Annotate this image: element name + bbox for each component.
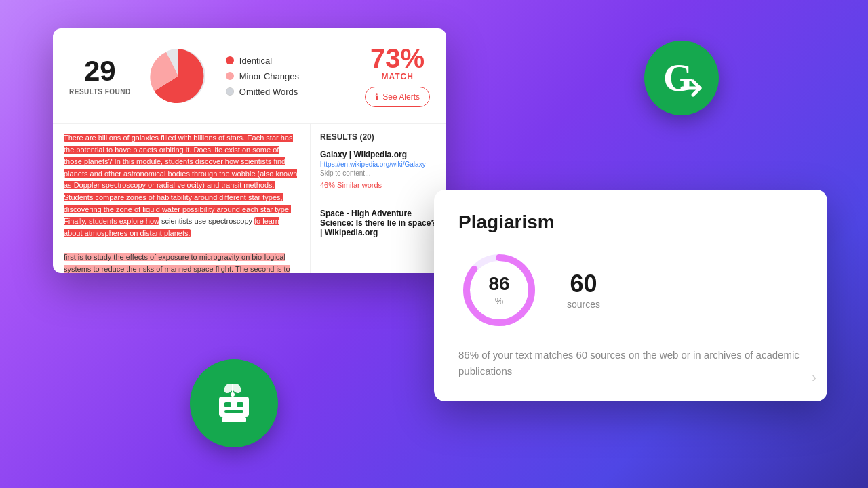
result-item-2: Space - High Adventure Science: Is there…	[320, 209, 437, 248]
checker-body: There are billions of galaxies filled wi…	[53, 124, 446, 273]
svg-text:G: G	[663, 57, 693, 99]
legend-item-omitted: Omitted Words	[226, 87, 341, 97]
result-source-2: Space - High Adventure Science: Is there…	[320, 209, 437, 237]
grammarly-logo: G	[658, 54, 705, 102]
svg-rect-7	[224, 410, 243, 413]
results-label: RESULTS FOUND	[69, 88, 131, 96]
svg-rect-5	[224, 402, 231, 407]
highlight-minor: first is to study the effects of exposur…	[64, 253, 290, 273]
legend-dot-minor	[226, 72, 234, 80]
results-number: 29	[69, 57, 131, 85]
svg-rect-4	[219, 396, 249, 417]
plagiarism-title: Plagiarism	[458, 211, 803, 233]
results-panel: RESULTS (20) Galaxy | Wikipedia.org http…	[311, 124, 446, 273]
donut-chart: 86 %	[458, 249, 540, 331]
legend-label-identical: Identical	[239, 56, 272, 66]
donut-symbol: %	[495, 296, 503, 306]
donut-text: 86 %	[488, 273, 509, 307]
match-label: MATCH	[365, 72, 430, 81]
result-item-1: Galaxy | Wikipedia.org https://en.wikipe…	[320, 150, 437, 199]
legend-label-omitted: Omitted Words	[239, 87, 298, 97]
pie-chart	[144, 42, 212, 110]
highlight-identical: There are billions of galaxies filled wi…	[64, 134, 297, 225]
donut-percent: 86	[488, 273, 509, 295]
result-url-1[interactable]: https://en.wikipedia.org/wiki/Galaxy	[320, 161, 437, 168]
results-count: 29 RESULTS FOUND	[69, 57, 131, 96]
legend-dot-identical	[226, 56, 234, 64]
plagiarism-description: 86% of your text matches 60 sources on t…	[458, 347, 803, 380]
grammarly-icon: G	[644, 41, 719, 115]
svg-rect-8	[222, 417, 246, 422]
sources-stat: 60 sources	[567, 270, 600, 310]
svg-point-10	[231, 392, 235, 396]
checker-header: 29 RESULTS FOUND Identical Mino	[53, 28, 446, 124]
match-percent: 73%	[365, 45, 430, 72]
result-similarity-1: 46% Similar words	[320, 181, 437, 189]
result-source-1: Galaxy | Wikipedia.org	[320, 150, 437, 159]
text-content-1: There are billions of galaxies filled wi…	[64, 132, 299, 239]
legend-dot-omitted	[226, 87, 234, 96]
text-content-2: first is to study the effects of exposur…	[64, 251, 299, 273]
sources-number: 60	[567, 270, 600, 298]
checker-card: 29 RESULTS FOUND Identical Mino	[53, 28, 446, 273]
see-alerts-label: See Alerts	[382, 92, 420, 102]
text-panel: There are billions of galaxies filled wi…	[53, 124, 311, 273]
card-arrow-icon[interactable]: ›	[812, 369, 816, 385]
robot-logo	[207, 376, 261, 430]
result-skip-1: Skip to content...	[320, 169, 437, 177]
plagiarism-stats: 86 % 60 sources	[458, 249, 803, 331]
legend-item-identical: Identical	[226, 56, 341, 66]
plagiarism-card: Plagiarism 86 % 60 sources 86% of your t…	[434, 190, 827, 401]
robot-icon	[190, 359, 278, 447]
results-panel-title: RESULTS (20)	[320, 132, 437, 142]
legend-label-minor: Minor Changes	[239, 71, 299, 81]
svg-rect-6	[237, 402, 243, 407]
legend-item-minor: Minor Changes	[226, 71, 341, 81]
sources-label: sources	[567, 299, 600, 310]
see-alerts-button[interactable]: ℹ See Alerts	[365, 87, 430, 107]
match-section: 73% MATCH ℹ See Alerts	[354, 45, 430, 107]
legend: Identical Minor Changes Omitted Words	[226, 56, 341, 97]
